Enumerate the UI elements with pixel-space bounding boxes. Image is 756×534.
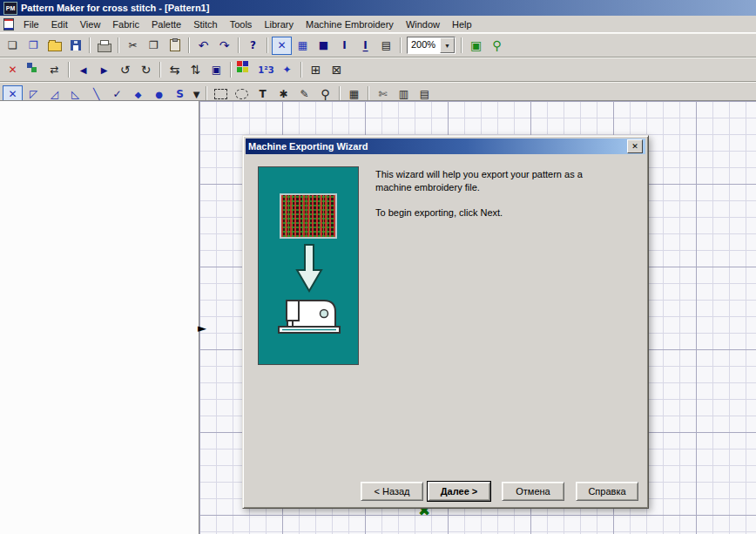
rotate-right-icon[interactable]: ↻ <box>136 61 156 79</box>
color-replace-icon[interactable] <box>24 61 44 79</box>
print-icon[interactable] <box>94 37 114 55</box>
menu-item-library[interactable]: Library <box>258 17 300 31</box>
paste-icon[interactable] <box>165 37 185 55</box>
dialog-titlebar[interactable]: Machine Exporting Wizard ✕ <box>246 139 645 154</box>
zoom-combobox[interactable]: 200% ▼ <box>407 37 456 54</box>
wizard-intro-text: This wizard will help you export your pa… <box>375 168 621 195</box>
help-icon[interactable]: ? <box>243 37 263 55</box>
window-title: Pattern Maker for cross stitch - [Patter… <box>21 3 209 13</box>
menu-item-help[interactable]: Help <box>446 17 478 31</box>
view-blocks-icon[interactable]: ▦ <box>293 37 313 55</box>
dialog-close-icon[interactable]: ✕ <box>627 139 643 153</box>
machine-exporting-wizard-dialog: Machine Exporting Wizard ✕ This <box>242 135 649 509</box>
dialog-title: Machine Exporting Wizard <box>248 141 627 152</box>
app-window: PM Pattern Maker for cross stitch - [Pat… <box>0 0 756 534</box>
toolbar-separator <box>68 62 70 78</box>
dialog-body: This wizard will help you export your pa… <box>246 154 645 507</box>
stamp-motif-icon[interactable]: ▣ <box>206 61 226 79</box>
folder-icon <box>48 42 62 51</box>
toolbar-separator <box>230 62 232 78</box>
wizard-text-block: This wizard will help you export your pa… <box>375 168 621 220</box>
document-system-icon[interactable] <box>3 18 14 30</box>
menu-item-view[interactable]: View <box>74 17 107 31</box>
menu-item-window[interactable]: Window <box>400 17 446 31</box>
view-sheet-icon[interactable]: ▤ <box>376 37 396 55</box>
zoom-window-icon[interactable]: ⚲ <box>487 37 507 55</box>
sewing-machine-icon <box>273 294 345 338</box>
wizard-graphic-panel <box>258 166 359 365</box>
menu-item-machine-embroidery[interactable]: Machine Embroidery <box>300 17 400 31</box>
titlebar[interactable]: PM Pattern Maker for cross stitch - [Pat… <box>0 0 756 16</box>
dashed-oval-icon <box>235 89 248 99</box>
symbols-numbers-icon[interactable]: 1²3 <box>256 61 276 79</box>
toolbar-separator <box>267 37 268 53</box>
toolbar-separator <box>188 37 190 53</box>
flip-vertical-icon[interactable]: ⇅ <box>186 61 206 79</box>
wizard-instruction-text: To begin exporting, click Next. <box>375 206 621 220</box>
color-grid-icon <box>237 61 242 66</box>
toolbar-separator <box>400 37 402 53</box>
view-cross-stitches-icon[interactable]: ✕ <box>272 37 292 55</box>
toolbar-standard: ❏ ❐ ✂ ❐ ↶ ↷ ? ✕ ▦ ■ I I̲ ▤ 200% ▼ ▣ ⚲ <box>0 33 756 57</box>
menu-item-stitch[interactable]: Stitch <box>187 17 224 31</box>
beads-icon[interactable]: ✦ <box>277 61 297 79</box>
toolbar-separator <box>89 37 91 53</box>
menu-item-tools[interactable]: Tools <box>224 17 259 31</box>
next-motif-icon[interactable]: ▶ <box>94 61 114 79</box>
ruler-marker-icon: ► <box>198 322 206 334</box>
help-button[interactable]: Справка <box>576 482 638 501</box>
two-color-swatch-icon <box>27 63 32 68</box>
previous-motif-icon[interactable]: ◀ <box>73 61 93 79</box>
toolbar-separator <box>238 37 240 53</box>
toolbar-edit: ✕ ⇄ ◀ ▶ ↺ ↻ ⇆ ⇅ ▣ 1²3 ✦ ⊞ ⊠ <box>0 57 756 82</box>
palette-colors-icon[interactable] <box>235 61 255 79</box>
delete-grid-icon[interactable]: ⊠ <box>327 61 347 79</box>
redo-icon[interactable]: ↷ <box>214 37 234 55</box>
view-information-icon[interactable]: I <box>334 37 354 55</box>
toolbar-separator <box>118 37 119 53</box>
toolbar-separator <box>300 62 302 78</box>
menu-item-edit[interactable]: Edit <box>45 17 74 31</box>
flip-horizontal-icon[interactable]: ⇆ <box>165 61 185 79</box>
pattern-thumbnail-image <box>280 193 337 239</box>
save-file-icon[interactable] <box>65 37 85 55</box>
view-floss-info-icon[interactable]: I̲ <box>355 37 375 55</box>
zoom-value: 200% <box>408 37 440 53</box>
app-icon: PM <box>3 2 17 15</box>
toolbar-separator <box>461 37 462 53</box>
fit-to-window-icon[interactable]: ▣ <box>466 37 486 55</box>
menu-item-fabric[interactable]: Fabric <box>106 17 145 31</box>
back-button[interactable]: < Назад <box>361 482 423 501</box>
new-file-icon[interactable]: ❏ <box>3 37 23 55</box>
rotate-left-icon[interactable]: ↺ <box>115 61 135 79</box>
open-file-icon[interactable] <box>44 37 64 55</box>
delete-stitches-icon[interactable]: ✕ <box>3 61 23 79</box>
toolbar-separator <box>159 62 161 78</box>
show-grid-icon[interactable]: ⊞ <box>306 61 326 79</box>
cut-icon[interactable]: ✂ <box>123 37 143 55</box>
menubar: File Edit View Fabric Palette Stitch Too… <box>0 16 756 33</box>
menu-item-palette[interactable]: Palette <box>145 17 187 31</box>
next-button[interactable]: Далее > <box>428 482 490 501</box>
zoom-dropdown-icon[interactable]: ▼ <box>440 37 455 53</box>
menu-item-file[interactable]: File <box>17 17 45 31</box>
printer-icon <box>98 44 111 52</box>
copy-icon[interactable]: ❐ <box>144 37 164 55</box>
floppy-disk-icon <box>71 40 81 51</box>
color-exchange-icon[interactable]: ⇄ <box>44 61 64 79</box>
import-pattern-icon[interactable]: ❐ <box>24 37 44 55</box>
clipboard-icon <box>170 39 180 51</box>
undo-icon[interactable]: ↶ <box>193 37 213 55</box>
cancel-button[interactable]: Отмена <box>502 482 564 501</box>
view-solid-icon[interactable]: ■ <box>314 37 334 55</box>
down-arrow-icon <box>294 244 324 293</box>
dashed-rectangle-icon <box>214 89 227 99</box>
